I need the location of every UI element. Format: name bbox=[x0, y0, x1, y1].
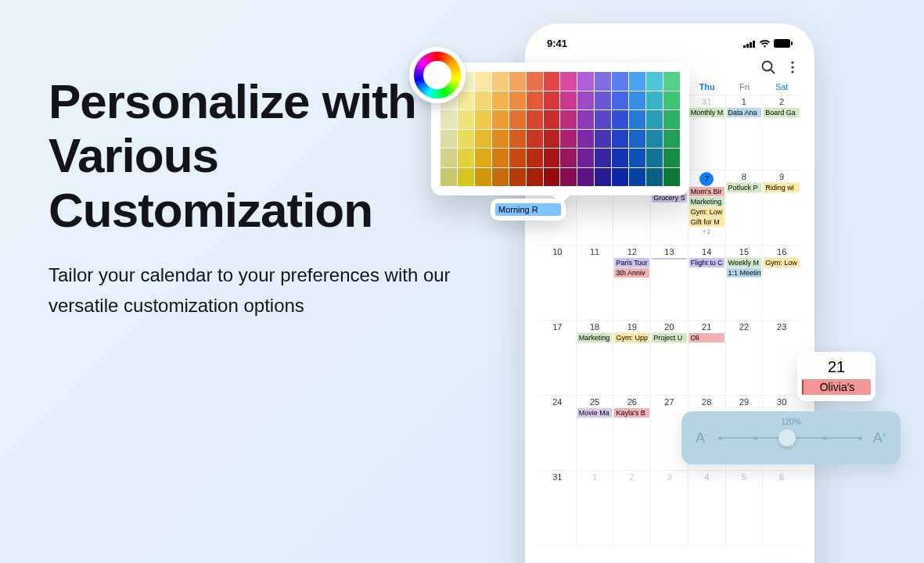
color-swatch[interactable] bbox=[595, 72, 611, 91]
event-chip[interactable]: Potluck P bbox=[727, 183, 762, 192]
color-swatch[interactable] bbox=[577, 168, 594, 187]
color-swatch[interactable] bbox=[440, 149, 457, 167]
color-swatch[interactable] bbox=[527, 91, 543, 110]
color-swatch[interactable] bbox=[544, 168, 560, 187]
event-chip[interactable]: Project U bbox=[652, 333, 687, 342]
day-cell[interactable]: 1 bbox=[577, 471, 614, 546]
color-swatch[interactable] bbox=[527, 130, 543, 149]
event-chip[interactable]: Mom's Bir bbox=[689, 187, 724, 196]
day-cell[interactable]: 22 bbox=[726, 321, 764, 396]
day-cell[interactable]: 10 bbox=[539, 246, 577, 321]
day-cell[interactable]: 9Riding wi bbox=[763, 170, 800, 246]
color-swatch[interactable] bbox=[595, 130, 611, 149]
day-cell[interactable]: 14Flight to C bbox=[689, 246, 726, 321]
event-chip[interactable] bbox=[652, 258, 687, 260]
day-cell[interactable]: 2Board Ga bbox=[763, 95, 800, 170]
day-cell[interactable]: 4 bbox=[689, 471, 726, 546]
color-swatch[interactable] bbox=[509, 72, 526, 91]
day-cell[interactable]: 25Movie Ma bbox=[577, 396, 614, 471]
color-swatch[interactable] bbox=[527, 72, 543, 91]
color-swatch[interactable] bbox=[458, 130, 474, 149]
color-swatch[interactable] bbox=[663, 149, 680, 167]
color-swatch[interactable] bbox=[560, 130, 577, 149]
color-swatch[interactable] bbox=[577, 91, 594, 110]
color-swatch[interactable] bbox=[475, 72, 491, 91]
color-swatch[interactable] bbox=[560, 91, 577, 110]
color-swatch[interactable] bbox=[475, 91, 491, 110]
color-swatch[interactable] bbox=[458, 110, 474, 129]
color-swatch[interactable] bbox=[509, 130, 526, 149]
color-swatch[interactable] bbox=[527, 149, 543, 167]
day-cell[interactable]: 19Gym: Upp bbox=[613, 321, 651, 396]
color-swatch[interactable] bbox=[612, 72, 628, 91]
event-chip[interactable]: Movie Ma bbox=[577, 408, 613, 418]
event-chip[interactable]: 3th Anniv bbox=[614, 268, 649, 278]
color-swatch[interactable] bbox=[560, 149, 577, 167]
day-cell[interactable]: 21Oli bbox=[689, 321, 726, 396]
color-swatch[interactable] bbox=[544, 72, 560, 91]
event-chip[interactable]: Riding wi bbox=[764, 183, 800, 192]
day-cell[interactable]: 3 bbox=[651, 471, 689, 546]
color-swatch[interactable] bbox=[475, 110, 491, 129]
day-cell[interactable]: 11 bbox=[577, 246, 614, 321]
color-swatch[interactable] bbox=[612, 168, 628, 187]
day-cell[interactable]: 12Paris Tour3th Anniv bbox=[613, 246, 651, 321]
color-swatch[interactable] bbox=[646, 91, 663, 110]
color-swatch[interactable] bbox=[544, 130, 560, 149]
color-swatch[interactable] bbox=[595, 91, 611, 110]
color-swatch[interactable] bbox=[595, 149, 611, 167]
day-cell[interactable]: 7Mom's BirMarketingGym: LowGift for M+2 bbox=[689, 170, 726, 246]
more-icon[interactable] bbox=[791, 61, 794, 74]
event-chip[interactable]: Flight to C bbox=[689, 258, 724, 267]
event-chip[interactable]: 1:1 Meetin bbox=[727, 268, 762, 278]
event-chip[interactable]: Board Ga bbox=[764, 108, 800, 117]
day-cell[interactable]: 13 bbox=[651, 246, 689, 321]
color-swatch[interactable] bbox=[509, 91, 526, 110]
color-swatch[interactable] bbox=[492, 110, 509, 129]
day-cell[interactable]: 2 bbox=[613, 471, 651, 546]
day-cell[interactable]: 18Marketing bbox=[577, 321, 614, 396]
color-swatch[interactable] bbox=[663, 168, 680, 187]
day-cell[interactable]: 5 bbox=[726, 471, 764, 546]
color-swatch[interactable] bbox=[577, 110, 594, 129]
color-swatch[interactable] bbox=[629, 91, 645, 110]
color-swatch[interactable] bbox=[509, 168, 526, 187]
event-chip[interactable]: Marketing bbox=[689, 197, 724, 206]
increase-font-icon[interactable]: A+ bbox=[873, 430, 886, 446]
color-swatch[interactable] bbox=[492, 72, 509, 91]
color-swatch[interactable] bbox=[663, 130, 680, 149]
color-swatch[interactable] bbox=[509, 149, 526, 167]
event-chip[interactable]: Monthly M bbox=[689, 108, 724, 117]
color-swatch[interactable] bbox=[440, 130, 457, 149]
event-chip[interactable]: Gift for M bbox=[689, 217, 724, 227]
color-swatch[interactable] bbox=[475, 130, 491, 149]
color-swatch[interactable] bbox=[544, 91, 560, 110]
color-swatch[interactable] bbox=[646, 110, 663, 129]
day-cell[interactable]: 16Gym: Low bbox=[763, 246, 800, 321]
day-cell[interactable]: 1Data Ana bbox=[726, 95, 764, 170]
event-chip[interactable]: Kayla's B bbox=[614, 408, 649, 418]
color-swatch[interactable] bbox=[612, 91, 628, 110]
color-swatch[interactable] bbox=[492, 149, 509, 167]
color-swatch[interactable] bbox=[663, 91, 680, 110]
day-cell[interactable]: 17 bbox=[539, 321, 577, 396]
event-chip[interactable]: Data Ana bbox=[727, 108, 762, 117]
event-chip[interactable]: Weekly M bbox=[727, 258, 762, 267]
color-swatch[interactable] bbox=[492, 168, 509, 187]
event-chip[interactable]: Gym: Low bbox=[689, 207, 724, 217]
color-swatch[interactable] bbox=[629, 149, 645, 167]
day-cell[interactable]: 23 bbox=[763, 321, 800, 396]
color-swatch[interactable] bbox=[646, 72, 663, 91]
day-cell[interactable]: 6 bbox=[763, 471, 800, 546]
color-swatch[interactable] bbox=[492, 130, 509, 149]
color-swatch[interactable] bbox=[527, 110, 543, 129]
color-swatch[interactable] bbox=[458, 91, 474, 110]
color-swatch[interactable] bbox=[440, 110, 457, 129]
event-chip[interactable]: Gym: Upp bbox=[614, 333, 649, 342]
color-swatch[interactable] bbox=[509, 110, 526, 129]
color-swatch[interactable] bbox=[475, 168, 491, 187]
font-size-slider[interactable]: 120% A- A+ bbox=[681, 411, 901, 464]
color-swatch[interactable] bbox=[560, 72, 577, 91]
color-swatch[interactable] bbox=[629, 110, 645, 129]
day-cell[interactable]: 8Potluck P bbox=[726, 170, 764, 246]
